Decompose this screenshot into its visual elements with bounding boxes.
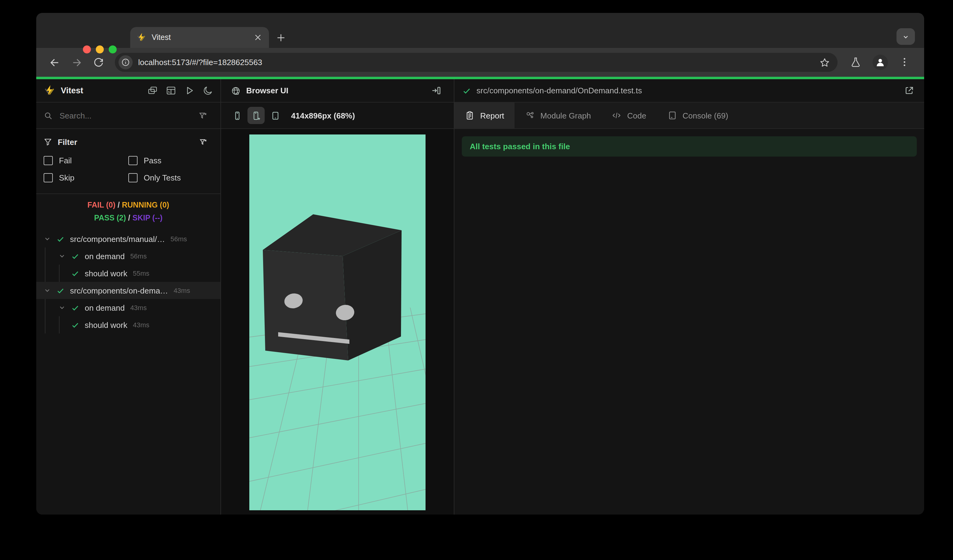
chevron-down-icon[interactable] <box>43 235 51 242</box>
skip-count: SKIP (--) <box>132 214 162 222</box>
test-suite-label: on demand <box>85 251 125 261</box>
test-summary: FAIL (0) / RUNNING (0) PASS (2) / SKIP (… <box>36 194 220 230</box>
test-duration: 43ms <box>174 287 190 294</box>
filter-option-pass[interactable]: Pass <box>128 152 213 169</box>
check-icon <box>463 86 471 95</box>
tested-page-preview[interactable] <box>249 135 425 510</box>
test-case-row[interactable]: should work 43ms <box>36 316 220 334</box>
checkbox-skip[interactable] <box>43 173 53 182</box>
forward-icon[interactable] <box>71 56 83 68</box>
report-icon <box>465 110 475 120</box>
test-duration: 43ms <box>133 321 149 329</box>
checkbox-only-tests[interactable] <box>128 173 138 182</box>
tab-report[interactable]: Report <box>455 102 515 128</box>
search-bar[interactable] <box>36 102 220 129</box>
collapse-panels-icon[interactable] <box>147 85 158 96</box>
test-duration: 43ms <box>130 304 147 311</box>
browser-ui-title: Browser UI <box>246 86 431 95</box>
console-icon <box>667 110 677 120</box>
tab-module-graph[interactable]: Module Graph <box>515 102 601 128</box>
report-header: src/components/on-demand/OnDemand.test.t… <box>455 79 924 102</box>
clear-filter-icon[interactable] <box>198 111 208 120</box>
search-input[interactable] <box>58 110 198 121</box>
tab-code[interactable]: Code <box>601 102 657 128</box>
pass-count: PASS (2) <box>94 214 126 222</box>
test-case-label: should work <box>85 320 127 329</box>
minimize-window-button[interactable] <box>96 45 104 53</box>
url-text[interactable]: localhost:5173/#/?file=1828625563 <box>138 58 819 67</box>
close-window-button[interactable] <box>83 45 91 53</box>
filter-icon <box>43 138 52 146</box>
dashboard-icon[interactable] <box>166 85 176 96</box>
menu-dots-icon[interactable] <box>899 56 911 68</box>
bookmark-star-icon[interactable] <box>819 57 830 68</box>
chevron-down-icon[interactable] <box>58 252 66 260</box>
filter-option-skip[interactable]: Skip <box>43 169 128 186</box>
phone-plus-icon <box>251 110 261 121</box>
reload-icon[interactable] <box>93 56 105 68</box>
test-suite-label: on demand <box>85 303 125 312</box>
tab-title: Vitest <box>152 33 253 42</box>
test-suite-row[interactable]: on demand 56ms <box>36 247 220 265</box>
check-icon <box>71 321 79 329</box>
chevron-down-icon[interactable] <box>58 304 66 311</box>
report-panel: src/components/on-demand/OnDemand.test.t… <box>455 79 924 515</box>
run-icon[interactable] <box>184 85 195 96</box>
check-icon <box>71 269 79 277</box>
browser-window: Vitest <box>36 13 924 515</box>
profile-icon[interactable] <box>872 55 888 70</box>
address-bar[interactable]: localhost:5173/#/?file=1828625563 <box>115 53 838 72</box>
test-suite-row[interactable]: on demand 43ms <box>36 299 220 316</box>
device-toolbar: 414x896px (68%) <box>221 102 454 129</box>
traffic-lights[interactable] <box>83 45 117 53</box>
device-tablet-button[interactable] <box>267 107 284 124</box>
app-title: Vitest <box>61 86 147 95</box>
filter-option-only-tests[interactable]: Only Tests <box>128 169 213 186</box>
checkbox-label: Fail <box>59 156 72 165</box>
globe-icon <box>231 86 241 96</box>
browser-toolbar: localhost:5173/#/?file=1828625563 <box>36 48 924 77</box>
new-tab-icon[interactable] <box>276 33 286 43</box>
tab-label: Report <box>480 111 504 120</box>
moon-icon[interactable] <box>203 85 213 96</box>
site-info-icon[interactable] <box>118 55 133 70</box>
browser-tab[interactable]: Vitest <box>130 27 269 48</box>
running-count: RUNNING (0) <box>122 201 169 209</box>
report-content: All tests passed in this file <box>455 129 924 515</box>
test-file-row[interactable]: src/components/manual/… 56ms <box>36 230 220 247</box>
check-icon <box>56 287 64 295</box>
clear-filter-icon[interactable] <box>199 138 208 146</box>
back-icon[interactable] <box>48 56 61 68</box>
checkbox-label: Skip <box>59 173 75 182</box>
sidebar-header: Vitest <box>36 79 220 102</box>
report-tabbar: Report Module Graph Code <box>455 102 924 129</box>
vitest-ui: Vitest <box>36 79 924 515</box>
checkbox-pass[interactable] <box>128 156 138 165</box>
checkbox-fail[interactable] <box>43 156 53 165</box>
test-case-row[interactable]: should work 55ms <box>36 265 220 282</box>
test-file-path: src/components/on-demand/OnDemand.test.t… <box>476 86 904 95</box>
zoom-window-button[interactable] <box>109 45 117 53</box>
tab-strip: Vitest <box>36 13 924 48</box>
open-panel-icon[interactable] <box>431 85 441 96</box>
test-file-row-selected[interactable]: src/components/on-dema… 43ms <box>36 282 220 299</box>
tab-console[interactable]: Console (69) <box>657 102 739 128</box>
filter-section: Filter Fail Pass <box>36 129 220 194</box>
separator: / <box>118 201 120 209</box>
test-duration: 56ms <box>171 235 187 242</box>
checkbox-label: Only Tests <box>144 173 181 182</box>
filter-title: Filter <box>58 137 199 146</box>
filter-option-fail[interactable]: Fail <box>43 152 128 169</box>
chevron-down-icon[interactable] <box>43 287 51 294</box>
tab-label: Module Graph <box>540 111 591 120</box>
device-phone-small-button[interactable] <box>228 107 245 124</box>
test-file-label: src/components/manual/… <box>70 234 165 244</box>
device-phone-plus-button[interactable] <box>247 107 265 124</box>
test-duration: 55ms <box>133 270 149 277</box>
tab-search-button[interactable] <box>897 28 915 45</box>
external-link-icon[interactable] <box>904 85 914 96</box>
close-tab-icon[interactable] <box>253 33 263 42</box>
tablet-icon <box>270 110 280 121</box>
flask-icon[interactable] <box>850 56 861 68</box>
check-icon <box>71 304 79 312</box>
